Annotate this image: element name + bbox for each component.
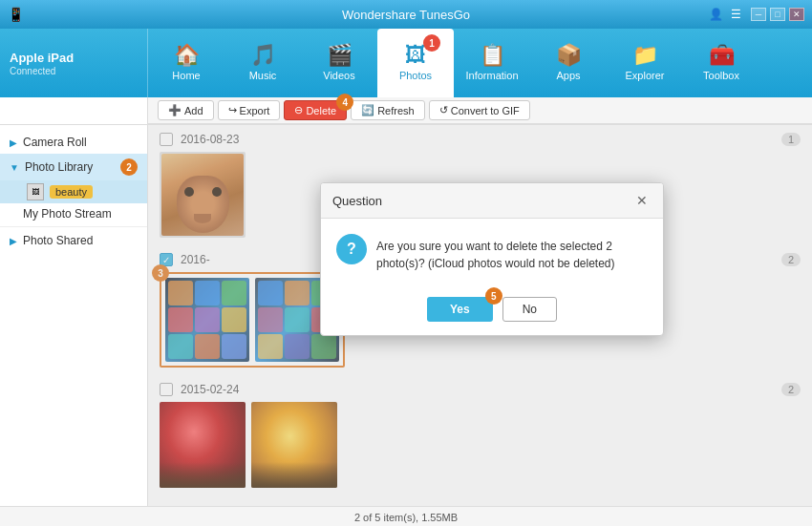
content-area: 2016-08-23 1	[148, 125, 812, 506]
minimize-button[interactable]: ─	[751, 8, 766, 21]
title-bar-icon: 📱	[8, 7, 24, 22]
expand-icon-2: ▶	[10, 236, 17, 246]
nav-photos[interactable]: 🖼 Photos 1	[377, 29, 454, 97]
close-button[interactable]: ✕	[789, 8, 804, 21]
yes-button[interactable]: Yes 5	[427, 297, 493, 322]
nav-music-label: Music	[249, 70, 277, 81]
question-icon: ?	[336, 234, 367, 264]
nav-videos-label: Videos	[323, 70, 354, 81]
device-status: Connected	[10, 66, 138, 76]
sidebar-item-photo-shared[interactable]: ▶ Photo Shared	[0, 229, 147, 252]
app-title: Wondershare TunesGo	[342, 8, 470, 22]
explorer-icon: 📁	[632, 45, 658, 66]
device-name: Apple iPad	[10, 51, 138, 65]
nav-toolbox-label: Toolbox	[703, 70, 739, 81]
apps-icon: 📦	[556, 45, 582, 66]
no-button[interactable]: No	[502, 297, 557, 322]
collapse-icon: ▼	[10, 162, 19, 173]
dialog-title: Question	[332, 194, 382, 208]
camera-roll-label: Camera Roll	[23, 136, 87, 149]
nav-home[interactable]: 🏠 Home	[148, 29, 224, 97]
beauty-label: beauty	[50, 185, 93, 199]
sidebar: ▶ Camera Roll ▼ Photo Library 2 🖼 beauty…	[0, 125, 148, 506]
nav-explorer-label: Explorer	[626, 70, 665, 81]
dialog-body: ? Are you sure you want to delete the se…	[321, 219, 663, 287]
nav-apps-label: Apps	[556, 70, 580, 81]
nav-apps[interactable]: 📦 Apps	[530, 29, 607, 97]
nav-information[interactable]: 📋 Information	[454, 29, 530, 97]
nav-photos-label: Photos	[399, 70, 432, 81]
dialog-footer: Yes 5 No	[321, 287, 663, 335]
title-bar: 📱 Wondershare TunesGo 👤 ☰ ─ □ ✕	[0, 0, 812, 29]
sidebar-item-beauty[interactable]: 🖼 beauty	[0, 180, 147, 203]
nav-information-label: Information	[465, 70, 518, 81]
dialog-overlay: Question ✕ ? Are you sure you want to de…	[148, 125, 812, 506]
refresh-button[interactable]: 🔄 Refresh	[351, 100, 425, 120]
nav-videos[interactable]: 🎬 Videos	[301, 29, 377, 97]
refresh-icon: 🔄	[361, 104, 374, 116]
home-icon: 🏠	[174, 45, 200, 66]
export-icon: ↪	[228, 104, 237, 116]
photo-shared-label: Photo Shared	[23, 234, 93, 247]
delete-button[interactable]: ⊖ Delete 4	[284, 100, 347, 120]
sidebar-item-my-photo-stream[interactable]: My Photo Stream	[0, 203, 147, 224]
nav-toolbox[interactable]: 🧰 Toolbox	[683, 29, 759, 97]
my-photo-stream-label: My Photo Stream	[23, 207, 112, 221]
photo-library-step-badge: 2	[120, 158, 138, 176]
videos-icon: 🎬	[327, 45, 353, 66]
sidebar-item-photo-library[interactable]: ▼ Photo Library 2	[0, 154, 147, 180]
status-bar: 2 of 5 item(s), 1.55MB	[0, 506, 812, 526]
toolbox-icon: 🧰	[709, 45, 735, 66]
sidebar-item-camera-roll[interactable]: ▶ Camera Roll	[0, 131, 147, 154]
window-controls: 👤 ☰ ─ □ ✕	[709, 8, 804, 21]
convert-icon: ↺	[439, 104, 448, 116]
album-thumb: 🖼	[27, 183, 44, 200]
export-button[interactable]: ↪ Export	[218, 100, 281, 120]
nav-explorer[interactable]: 📁 Explorer	[607, 29, 683, 97]
nav-home-label: Home	[172, 70, 200, 81]
add-button[interactable]: ➕ Add	[158, 100, 214, 120]
photos-icon: 🖼	[405, 45, 426, 66]
delete-icon: ⊖	[294, 104, 303, 116]
yes-step-badge: 5	[485, 287, 502, 305]
photo-library-label: Photo Library	[25, 160, 93, 174]
music-icon: 🎵	[250, 45, 276, 66]
nav-bar: 🏠 Home 🎵 Music 🎬 Videos 🖼 Photos 1 📋 Inf…	[148, 29, 812, 97]
add-icon: ➕	[168, 104, 182, 116]
photos-step-badge: 1	[423, 34, 440, 52]
maximize-button[interactable]: □	[770, 8, 785, 21]
dialog-header: Question ✕	[321, 183, 663, 219]
nav-music[interactable]: 🎵 Music	[224, 29, 301, 97]
convert-button[interactable]: ↺ Convert to GIF	[429, 100, 530, 120]
toolbar: ➕ Add ↪ Export ⊖ Delete 4 🔄 Refresh ↺ Co…	[148, 97, 812, 124]
expand-icon: ▶	[10, 137, 17, 148]
device-info: Apple iPad Connected	[0, 29, 148, 97]
information-icon: 📋	[480, 45, 505, 66]
dialog-close-button[interactable]: ✕	[632, 191, 652, 210]
question-dialog: Question ✕ ? Are you sure you want to de…	[320, 182, 664, 336]
status-text: 2 of 5 item(s), 1.55MB	[354, 512, 458, 523]
dialog-message: Are you sure you want to delete the sele…	[376, 234, 648, 272]
